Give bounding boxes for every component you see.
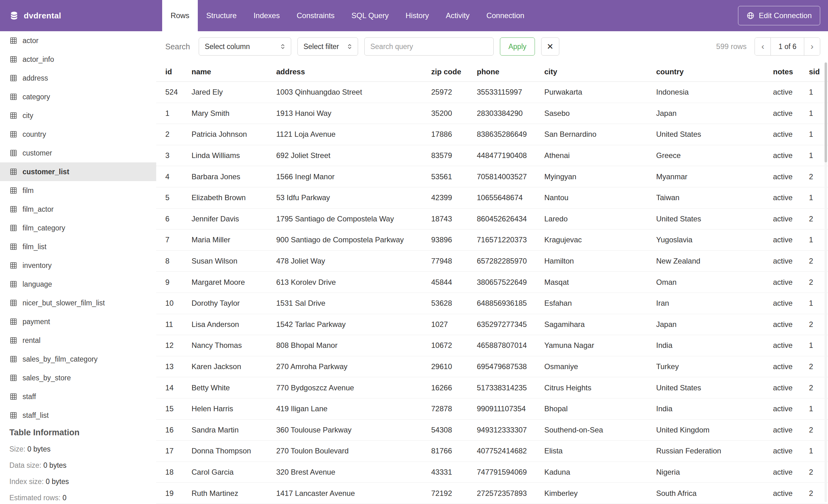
sidebar-item-address[interactable]: address — [0, 69, 156, 87]
table-cell: 7 — [165, 235, 192, 244]
column-header-city[interactable]: city — [544, 67, 656, 76]
sidebar-item-film-list[interactable]: film_list — [0, 237, 156, 256]
sidebar-item-film[interactable]: film — [0, 181, 156, 200]
sidebar-item-nicer-but-slower-film-list[interactable]: nicer_but_slower_film_list — [0, 293, 156, 312]
table-icon — [9, 355, 17, 363]
table-row[interactable]: 18Carol Garcia320 Brest Avenue4333174779… — [156, 462, 828, 483]
sidebar-item-sales-by-film-category[interactable]: sales_by_film_category — [0, 350, 156, 368]
table-cell: 635297277345 — [477, 320, 544, 329]
sidebar-item-label: nicer_but_slower_film_list — [23, 299, 105, 307]
table-row[interactable]: 16Sandra Martin360 Toulouse Parkway54308… — [156, 420, 828, 441]
prev-page-button[interactable]: ‹ — [755, 38, 771, 55]
table-row[interactable]: 7Maria Miller900 Santiago de Compostela … — [156, 230, 828, 251]
sidebar-item-label: city — [23, 111, 33, 120]
table-row[interactable]: 10Dorothy Taylor1531 Sal Drive5362864885… — [156, 293, 828, 314]
table-row[interactable]: 9Margaret Moore613 Korolev Drive45844380… — [156, 272, 828, 293]
table-row[interactable]: 14Betty White770 Bydgoszcz Avenue1626651… — [156, 377, 828, 399]
sidebar-item-payment[interactable]: payment — [0, 312, 156, 331]
sidebar-item-customer-list[interactable]: customer_list — [0, 163, 156, 181]
table-row[interactable]: 2Patricia Johnson1121 Loja Avenue1788683… — [156, 124, 828, 145]
column-header-phone[interactable]: phone — [477, 67, 544, 76]
table-icon — [9, 261, 17, 270]
table-cell: Sandra Martin — [192, 426, 276, 434]
table-cell: 81766 — [431, 447, 477, 455]
table-cell: active — [773, 383, 809, 392]
tab-sql-query[interactable]: SQL Query — [343, 0, 397, 31]
table-cell: Dorothy Taylor — [192, 299, 276, 308]
sidebar-item-actor[interactable]: actor — [0, 31, 156, 50]
table-row[interactable]: 5Elizabeth Brown53 Idfu Parkway423991065… — [156, 187, 828, 209]
scrollbar-thumb[interactable] — [825, 62, 827, 163]
table-row[interactable]: 1Mary Smith1913 Hanoi Way352002830338429… — [156, 103, 828, 124]
table-cell: Barbara Jones — [192, 172, 276, 181]
table-row[interactable]: 12Nancy Thomas808 Bhopal Manor1067246588… — [156, 335, 828, 356]
tab-activity[interactable]: Activity — [438, 0, 478, 31]
table-cell: 465887807014 — [477, 341, 544, 350]
sidebar-item-film-category[interactable]: film_category — [0, 219, 156, 237]
tab-history[interactable]: History — [397, 0, 438, 31]
table-row[interactable]: 17Donna Thompson270 Toulon Boulevard8176… — [156, 441, 828, 462]
column-header-id[interactable]: id — [165, 67, 192, 76]
table-row[interactable]: 3Linda Williams692 Joliet Street83579448… — [156, 145, 828, 167]
sidebar-item-inventory[interactable]: inventory — [0, 256, 156, 275]
table-cell: 8 — [165, 257, 192, 265]
sidebar-item-staff[interactable]: staff — [0, 387, 156, 406]
tab-structure[interactable]: Structure — [198, 0, 245, 31]
sidebar-item-language[interactable]: language — [0, 275, 156, 293]
table-icon — [9, 224, 17, 232]
table-list: actor actor_info address category — [0, 31, 156, 425]
tab-label: Structure — [206, 11, 237, 20]
column-select[interactable]: Select column — [199, 38, 291, 56]
filter-select[interactable]: Select filter — [297, 38, 358, 56]
table-row[interactable]: 13Karen Jackson270 Amroha Parkway2961069… — [156, 356, 828, 377]
table-cell: active — [773, 109, 809, 118]
estimated-rows-value: 0 — [63, 494, 67, 502]
column-header-address[interactable]: address — [276, 67, 431, 76]
table-row[interactable]: 8Susan Wilson478 Joliet Way7794865728228… — [156, 251, 828, 272]
sidebar-item-film-actor[interactable]: film_actor — [0, 200, 156, 219]
tab-rows[interactable]: Rows — [162, 0, 198, 31]
sidebar-item-rental[interactable]: rental — [0, 331, 156, 350]
sidebar-item-staff-list[interactable]: staff_list — [0, 406, 156, 425]
apply-button[interactable]: Apply — [500, 38, 535, 56]
column-header-country[interactable]: country — [656, 67, 773, 76]
sidebar-item-label: actor_info — [23, 55, 54, 64]
table-icon — [9, 149, 17, 157]
table-cell: active — [773, 341, 809, 350]
data-size-label: Data size: — [9, 461, 41, 469]
table-cell: 10672 — [431, 341, 477, 350]
sidebar-item-actor-info[interactable]: actor_info — [0, 50, 156, 69]
table-row[interactable]: 6Jennifer Davis1795 Santiago de Composte… — [156, 209, 828, 230]
tab-constraints[interactable]: Constraints — [288, 0, 343, 31]
sidebar-item-customer[interactable]: customer — [0, 144, 156, 163]
table-cell: 716571220373 — [477, 235, 544, 244]
sidebar-item-label: category — [23, 93, 50, 101]
index-size-label: Index size: — [9, 477, 44, 486]
table-row[interactable]: 524Jared Ely1003 Qinhuangdao Street25972… — [156, 82, 828, 103]
table-row[interactable]: 19Ruth Martinez1417 Lancaster Avenue7219… — [156, 483, 828, 504]
column-header-notes[interactable]: notes — [773, 67, 809, 76]
sidebar-item-country[interactable]: country — [0, 125, 156, 144]
table-cell: Helen Harris — [192, 404, 276, 413]
column-header-zip-code[interactable]: zip code — [431, 67, 477, 76]
table-cell: Linda Williams — [192, 151, 276, 160]
table-cell: 53 Idfu Parkway — [276, 193, 431, 202]
tab-connection[interactable]: Connection — [478, 0, 533, 31]
sidebar-item-label: address — [23, 74, 48, 83]
sidebar-item-category[interactable]: category — [0, 87, 156, 106]
clear-search-button[interactable]: ✕ — [541, 38, 559, 56]
table-row[interactable]: 4Barbara Jones1566 Inegl Manor5356170581… — [156, 166, 828, 187]
table-cell: 270 Toulon Boulevard — [276, 447, 431, 455]
table-row[interactable]: 11Lisa Anderson1542 Tarlac Parkway102763… — [156, 314, 828, 335]
sidebar-item-city[interactable]: city — [0, 106, 156, 125]
search-query-input[interactable] — [364, 38, 494, 56]
vertical-scrollbar[interactable] — [825, 62, 827, 502]
table-cell: 28303384290 — [477, 109, 544, 118]
table-row[interactable]: 15Helen Harris419 Iligan Lane72878990911… — [156, 399, 828, 420]
column-header-name[interactable]: name — [192, 67, 276, 76]
edit-connection-button[interactable]: Edit Connection — [738, 6, 820, 25]
tab-label: Rows — [171, 11, 189, 20]
tab-indexes[interactable]: Indexes — [245, 0, 288, 31]
sidebar-item-sales-by-store[interactable]: sales_by_store — [0, 368, 156, 387]
next-page-button[interactable]: › — [804, 38, 820, 55]
